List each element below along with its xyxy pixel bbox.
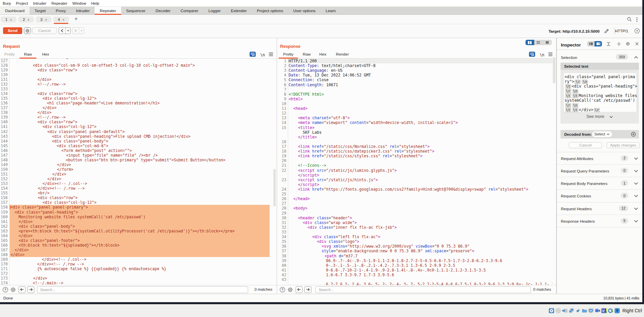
inspector-dock-right-button[interactable]: [595, 41, 602, 46]
section-expand-chevron-icon[interactable]: [634, 207, 638, 210]
layout-single-button[interactable]: [543, 40, 552, 45]
repeater-tab-3[interactable]: 3×: [36, 17, 52, 23]
search-input[interactable]: Search...: [37, 286, 248, 293]
response-scrollbar[interactable]: [553, 57, 555, 83]
tab-sequencer[interactable]: Sequencer: [121, 7, 150, 14]
layout-rows-button[interactable]: [534, 40, 543, 45]
inspector-dock-left-button[interactable]: [587, 41, 595, 46]
add-decoder-plus-icon[interactable]: [631, 132, 636, 137]
inspector-settings-gear-icon[interactable]: [625, 41, 630, 46]
close-tab-icon[interactable]: ×: [45, 18, 47, 22]
search-next-button[interactable]: [304, 286, 311, 293]
request-scrollbar[interactable]: [273, 169, 276, 207]
forward-button[interactable]: [72, 27, 84, 34]
http-version-label[interactable]: HTTP/1: [615, 29, 628, 33]
decoded-from-select[interactable]: Select: [592, 131, 612, 137]
kebab-menu-icon[interactable]: [636, 17, 638, 22]
menu-item-burp[interactable]: Burp: [0, 1, 13, 5]
inspector-section-response-headers[interactable]: Response Headers5: [557, 215, 642, 227]
help-icon[interactable]: [634, 28, 640, 34]
repeater-tab-4[interactable]: 4×: [53, 17, 69, 23]
tab-repeater[interactable]: Repeater: [95, 7, 121, 14]
cancel-button[interactable]: Cancel: [32, 27, 57, 34]
search-prev-button[interactable]: [19, 286, 26, 293]
back-dropdown-arrow[interactable]: [66, 30, 70, 32]
close-tab-icon[interactable]: ×: [63, 18, 64, 22]
request-settings-gear-button[interactable]: [24, 27, 31, 34]
tab-proxy[interactable]: Proxy: [51, 7, 71, 14]
search-icon[interactable]: [627, 17, 632, 22]
tab-project-options[interactable]: Project options: [252, 7, 288, 14]
view-tab-raw[interactable]: Raw: [299, 50, 314, 58]
tab-decoder[interactable]: Decoder: [150, 7, 176, 14]
inspector-section-request-headers[interactable]: Request Headers12: [557, 202, 642, 215]
search-help-icon[interactable]: [279, 287, 285, 293]
send-button[interactable]: Send: [3, 27, 22, 34]
tab-logger[interactable]: Logger: [203, 7, 226, 14]
search-help-icon[interactable]: [2, 287, 8, 293]
menu-item-help[interactable]: Help: [89, 1, 102, 5]
tab-learn[interactable]: Learn: [320, 7, 341, 14]
code-line-131: 131</div>: [0, 77, 270, 82]
edit-target-pencil-icon[interactable]: [604, 28, 610, 34]
tab-dashboard[interactable]: Dashboard: [0, 7, 30, 14]
request-nl-toggle[interactable]: \n: [260, 53, 265, 57]
response-menu-icon[interactable]: [548, 53, 552, 56]
code-text: <div class="wrap wide">: [303, 220, 357, 225]
menu-item-repeater[interactable]: Repeater: [49, 1, 70, 5]
response-editor[interactable]: 1HTTP/1.1 2002Content-Type: text/html;ch…: [277, 59, 552, 285]
selected-text-box[interactable]: <div class="panel panel-primary">\r\n\t<…: [564, 73, 636, 112]
menu-item-intruder[interactable]: Intruder: [31, 1, 49, 5]
view-tab-pretty[interactable]: Pretty: [278, 50, 298, 58]
forward-dropdown-arrow[interactable]: [79, 30, 84, 32]
tab-extender[interactable]: Extender: [226, 7, 252, 14]
view-tab-render[interactable]: Render: [332, 50, 353, 58]
search-prev-button[interactable]: [296, 286, 303, 293]
inspector-apply-button[interactable]: Apply changes: [607, 142, 640, 148]
response-wrap-toggle[interactable]: [529, 52, 535, 57]
view-tab-hex[interactable]: Hex: [315, 50, 331, 58]
close-tab-icon[interactable]: ×: [28, 18, 29, 22]
expand-all-icon[interactable]: [606, 42, 611, 46]
search-input[interactable]: Search...: [315, 286, 531, 293]
inspector-section-request-attributes[interactable]: Request Attributes2: [557, 152, 642, 165]
inspector-close-icon[interactable]: [635, 42, 639, 46]
inspector-section-request-cookies[interactable]: Request Cookies0: [557, 190, 642, 202]
code-text: Content-Language: en-US: [289, 68, 343, 73]
vbox-cd-icon: [555, 308, 562, 314]
repeater-tab-1[interactable]: 1×: [1, 17, 16, 23]
section-expand-chevron-icon[interactable]: [634, 194, 638, 197]
request-editor[interactable]: 127128<div class="col-sm-9 col-sm-offset…: [0, 59, 270, 285]
tab-comparer[interactable]: Comparer: [176, 7, 203, 14]
inspector-cancel-button[interactable]: Cancel: [569, 142, 602, 148]
selection-collapse-chevron-icon[interactable]: [634, 56, 638, 59]
menu-item-window[interactable]: Window: [70, 1, 89, 5]
selection-section-label[interactable]: Selection: [561, 55, 577, 60]
view-tab-raw[interactable]: Raw: [19, 50, 37, 58]
see-more-link[interactable]: See more: [561, 114, 639, 119]
search-settings-gear-icon[interactable]: [10, 287, 16, 293]
search-settings-gear-icon[interactable]: [287, 287, 293, 293]
tab-target[interactable]: Target: [30, 7, 51, 14]
back-button[interactable]: [59, 27, 71, 34]
section-expand-chevron-icon[interactable]: [634, 220, 638, 223]
request-menu-icon[interactable]: [269, 53, 273, 56]
view-tab-hex[interactable]: Hex: [38, 50, 54, 58]
repeater-tab-2[interactable]: 2×: [18, 17, 34, 23]
section-expand-chevron-icon[interactable]: [634, 157, 638, 160]
inspector-section-request-body-parameters[interactable]: Request Body Parameters1: [557, 177, 642, 190]
section-expand-chevron-icon[interactable]: [634, 169, 638, 172]
search-next-button[interactable]: [27, 286, 34, 293]
layout-columns-button[interactable]: [526, 40, 534, 45]
add-tab-button[interactable]: +: [74, 17, 78, 21]
response-nl-toggle[interactable]: \n: [540, 53, 544, 57]
tab-user-options[interactable]: User options: [288, 7, 320, 14]
section-expand-chevron-icon[interactable]: [634, 182, 638, 185]
collapse-all-icon[interactable]: [617, 42, 621, 46]
menu-item-project[interactable]: Project: [13, 1, 30, 5]
inspector-section-request-query-parameters[interactable]: Request Query Parameters0: [557, 165, 642, 177]
view-tab-pretty[interactable]: Pretty: [1, 50, 18, 58]
tab-intruder[interactable]: Intruder: [71, 7, 95, 14]
request-wrap-toggle[interactable]: [249, 52, 256, 57]
close-tab-icon[interactable]: ×: [10, 18, 12, 22]
